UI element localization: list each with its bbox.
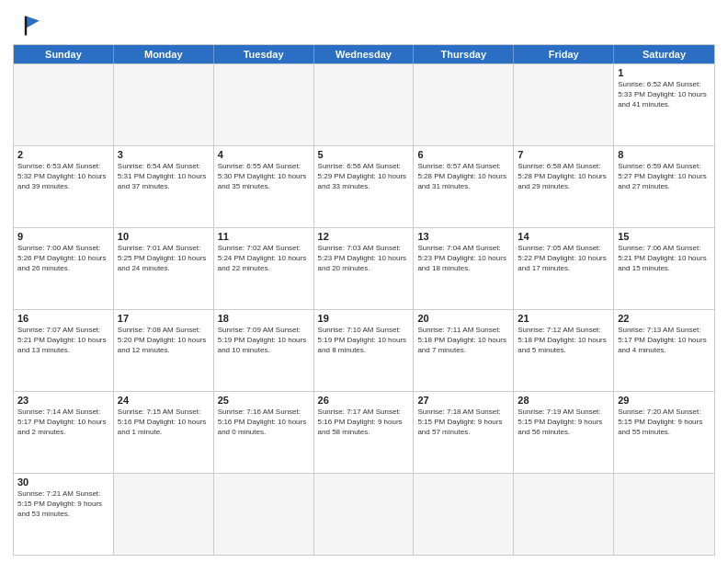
day-header-friday: Friday: [514, 45, 614, 63]
calendar-cell: [314, 474, 415, 555]
cell-day-number: 18: [218, 313, 310, 324]
calendar-cell: 6Sunrise: 6:57 AM Sunset: 5:28 PM Daylig…: [414, 146, 514, 227]
cell-day-number: 6: [417, 149, 509, 160]
cell-info: Sunrise: 6:53 AM Sunset: 5:32 PM Dayligh…: [17, 162, 109, 191]
cell-info: Sunrise: 7:11 AM Sunset: 5:18 PM Dayligh…: [417, 326, 509, 355]
calendar-cell: [414, 64, 514, 145]
calendar-cell: 8Sunrise: 6:59 AM Sunset: 5:27 PM Daylig…: [614, 146, 714, 227]
calendar-cell: [514, 474, 614, 555]
calendar-cell: 18Sunrise: 7:09 AM Sunset: 5:19 PM Dayli…: [214, 310, 314, 391]
cell-info: Sunrise: 7:12 AM Sunset: 5:18 PM Dayligh…: [518, 326, 609, 355]
cell-day-number: 27: [417, 395, 509, 406]
cell-day-number: 14: [518, 231, 609, 242]
week-1: 1Sunrise: 6:52 AM Sunset: 5:33 PM Daylig…: [14, 63, 714, 145]
day-header-wednesday: Wednesday: [314, 45, 415, 63]
calendar-cell: 17Sunrise: 7:08 AM Sunset: 5:20 PM Dayli…: [114, 310, 214, 391]
calendar-cell: [114, 64, 214, 145]
week-4: 16Sunrise: 7:07 AM Sunset: 5:21 PM Dayli…: [14, 309, 714, 391]
cell-info: Sunrise: 7:21 AM Sunset: 5:15 PM Dayligh…: [17, 489, 109, 519]
calendar-cell: 21Sunrise: 7:12 AM Sunset: 5:18 PM Dayli…: [514, 310, 614, 391]
cell-info: Sunrise: 7:03 AM Sunset: 5:23 PM Dayligh…: [318, 244, 410, 273]
page: SundayMondayTuesdayWednesdayThursdayFrid…: [0, 0, 728, 563]
cell-info: Sunrise: 6:56 AM Sunset: 5:29 PM Dayligh…: [318, 162, 410, 191]
cell-info: Sunrise: 7:05 AM Sunset: 5:22 PM Dayligh…: [518, 244, 609, 273]
week-2: 2Sunrise: 6:53 AM Sunset: 5:32 PM Daylig…: [14, 145, 714, 227]
cell-info: Sunrise: 7:07 AM Sunset: 5:21 PM Dayligh…: [17, 326, 109, 355]
cell-day-number: 9: [17, 231, 109, 242]
cell-day-number: 4: [218, 149, 310, 160]
calendar: SundayMondayTuesdayWednesdayThursdayFrid…: [13, 44, 715, 556]
calendar-cell: 4Sunrise: 6:55 AM Sunset: 5:30 PM Daylig…: [214, 146, 314, 227]
calendar-cell: 1Sunrise: 6:52 AM Sunset: 5:33 PM Daylig…: [614, 64, 714, 145]
day-header-thursday: Thursday: [414, 45, 514, 63]
cell-day-number: 28: [518, 395, 609, 406]
cell-day-number: 12: [318, 231, 410, 242]
cell-info: Sunrise: 7:06 AM Sunset: 5:21 PM Dayligh…: [618, 244, 711, 273]
day-header-monday: Monday: [114, 45, 214, 63]
cell-info: Sunrise: 6:57 AM Sunset: 5:28 PM Dayligh…: [417, 162, 509, 191]
calendar-cell: [14, 64, 114, 145]
cell-day-number: 1: [618, 67, 711, 78]
header: [13, 9, 715, 39]
day-header-saturday: Saturday: [614, 45, 714, 63]
calendar-cell: 19Sunrise: 7:10 AM Sunset: 5:19 PM Dayli…: [314, 310, 415, 391]
cell-info: Sunrise: 6:58 AM Sunset: 5:28 PM Dayligh…: [518, 162, 609, 191]
week-5: 23Sunrise: 7:14 AM Sunset: 5:17 PM Dayli…: [14, 391, 714, 473]
calendar-cell: 22Sunrise: 7:13 AM Sunset: 5:17 PM Dayli…: [614, 310, 714, 391]
cell-day-number: 22: [618, 313, 711, 324]
cell-day-number: 15: [618, 231, 711, 242]
cell-day-number: 10: [118, 231, 210, 242]
calendar-cell: 25Sunrise: 7:16 AM Sunset: 5:16 PM Dayli…: [214, 392, 314, 473]
cell-info: Sunrise: 7:08 AM Sunset: 5:20 PM Dayligh…: [118, 326, 210, 355]
cell-day-number: 21: [518, 313, 609, 324]
cell-day-number: 2: [17, 149, 109, 160]
calendar-cell: [314, 64, 415, 145]
calendar-cell: 7Sunrise: 6:58 AM Sunset: 5:28 PM Daylig…: [514, 146, 614, 227]
generalblue-logo-icon: [13, 13, 42, 39]
cell-info: Sunrise: 7:10 AM Sunset: 5:19 PM Dayligh…: [318, 326, 410, 355]
calendar-cell: 3Sunrise: 6:54 AM Sunset: 5:31 PM Daylig…: [114, 146, 214, 227]
calendar-cell: 20Sunrise: 7:11 AM Sunset: 5:18 PM Dayli…: [414, 310, 514, 391]
calendar-cell: [114, 474, 214, 555]
calendar-cell: 14Sunrise: 7:05 AM Sunset: 5:22 PM Dayli…: [514, 228, 614, 309]
cell-day-number: 29: [618, 395, 711, 406]
svg-rect-1: [25, 17, 27, 36]
day-headers: SundayMondayTuesdayWednesdayThursdayFrid…: [14, 45, 714, 63]
calendar-cell: 16Sunrise: 7:07 AM Sunset: 5:21 PM Dayli…: [14, 310, 114, 391]
cell-day-number: 7: [518, 149, 609, 160]
calendar-cell: 28Sunrise: 7:19 AM Sunset: 5:15 PM Dayli…: [514, 392, 614, 473]
calendar-cell: 30Sunrise: 7:21 AM Sunset: 5:15 PM Dayli…: [14, 474, 114, 555]
calendar-cell: 29Sunrise: 7:20 AM Sunset: 5:15 PM Dayli…: [614, 392, 714, 473]
logo: [13, 9, 46, 39]
cell-day-number: 16: [17, 313, 109, 324]
cell-day-number: 8: [618, 149, 711, 160]
calendar-cell: 23Sunrise: 7:14 AM Sunset: 5:17 PM Dayli…: [14, 392, 114, 473]
cell-day-number: 26: [318, 395, 410, 406]
calendar-cell: 26Sunrise: 7:17 AM Sunset: 5:16 PM Dayli…: [314, 392, 415, 473]
weeks: 1Sunrise: 6:52 AM Sunset: 5:33 PM Daylig…: [14, 63, 714, 555]
calendar-cell: 24Sunrise: 7:15 AM Sunset: 5:16 PM Dayli…: [114, 392, 214, 473]
calendar-cell: 27Sunrise: 7:18 AM Sunset: 5:15 PM Dayli…: [414, 392, 514, 473]
calendar-cell: [514, 64, 614, 145]
cell-info: Sunrise: 7:13 AM Sunset: 5:17 PM Dayligh…: [618, 326, 711, 355]
cell-day-number: 17: [118, 313, 210, 324]
cell-info: Sunrise: 6:55 AM Sunset: 5:30 PM Dayligh…: [218, 162, 310, 191]
calendar-cell: 15Sunrise: 7:06 AM Sunset: 5:21 PM Dayli…: [614, 228, 714, 309]
cell-info: Sunrise: 7:15 AM Sunset: 5:16 PM Dayligh…: [118, 408, 210, 437]
calendar-cell: 11Sunrise: 7:02 AM Sunset: 5:24 PM Dayli…: [214, 228, 314, 309]
cell-day-number: 3: [118, 149, 210, 160]
calendar-cell: [214, 64, 314, 145]
cell-info: Sunrise: 7:20 AM Sunset: 5:15 PM Dayligh…: [618, 408, 711, 437]
cell-info: Sunrise: 7:04 AM Sunset: 5:23 PM Dayligh…: [417, 244, 509, 273]
cell-day-number: 5: [318, 149, 410, 160]
day-header-sunday: Sunday: [14, 45, 114, 63]
cell-day-number: 23: [17, 395, 109, 406]
calendar-cell: 5Sunrise: 6:56 AM Sunset: 5:29 PM Daylig…: [314, 146, 415, 227]
calendar-cell: [414, 474, 514, 555]
cell-day-number: 19: [318, 313, 410, 324]
cell-day-number: 30: [17, 477, 109, 488]
cell-day-number: 24: [118, 395, 210, 406]
cell-info: Sunrise: 6:59 AM Sunset: 5:27 PM Dayligh…: [618, 162, 711, 191]
cell-day-number: 20: [417, 313, 509, 324]
cell-info: Sunrise: 6:52 AM Sunset: 5:33 PM Dayligh…: [618, 80, 711, 109]
